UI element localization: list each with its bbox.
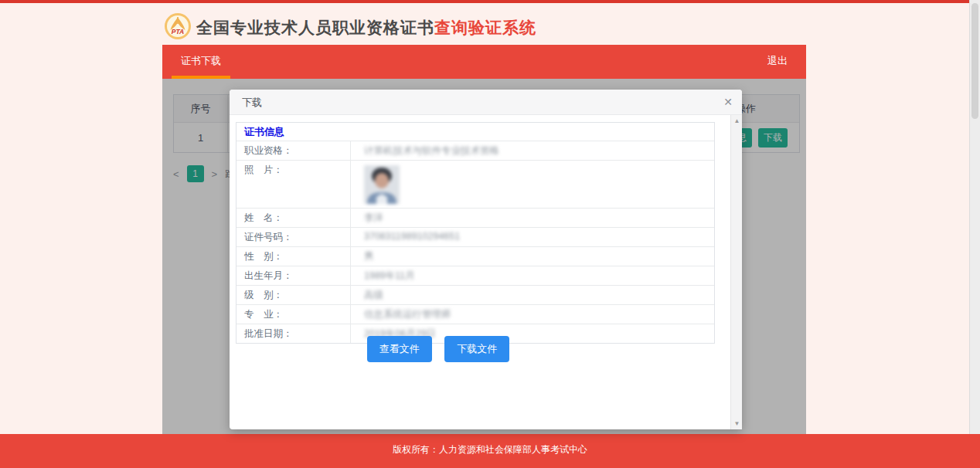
scroll-down-arrow[interactable]: ▼ — [731, 420, 743, 427]
download-modal: 下载 ✕ ▲ ▼ 证书信息 职业资格： 计算机技术与软件专业技术资格 照 片： — [230, 90, 742, 429]
view-file-button[interactable]: 查看文件 — [367, 336, 432, 362]
field-row-birth: 出生年月： 1989年11月 — [236, 266, 714, 286]
nav-item-cert-download[interactable]: 证书下载 — [172, 45, 230, 79]
page-title: 全国专业技术人员职业资格证书查询验证系统 — [196, 17, 536, 39]
field-row-gender: 性 别： 男 — [236, 247, 714, 266]
field-label: 职业资格： — [236, 141, 351, 160]
field-label: 证件号码： — [236, 228, 351, 246]
field-label: 出生年月： — [236, 266, 351, 285]
field-value: 1989年11月 — [351, 266, 714, 285]
close-icon[interactable]: ✕ — [723, 90, 733, 115]
field-value: 计算机技术与软件专业技术资格 — [351, 141, 714, 160]
logout-button[interactable]: 退出 — [760, 45, 795, 79]
field-value: 信息系统运行管理师 — [351, 305, 714, 324]
portrait-photo — [364, 165, 400, 204]
top-accent-strip — [0, 0, 969, 3]
modal-header: 下载 ✕ — [230, 90, 742, 115]
main-navbar: 证书下载 退出 — [162, 45, 806, 79]
modal-title: 下载 — [242, 90, 262, 115]
field-value: 男 — [351, 247, 714, 266]
title-accent: 查询验证系统 — [434, 19, 536, 36]
field-row-photo: 照 片： — [236, 161, 714, 209]
copyright-text: 版权所有：人力资源和社会保障部人事考试中心 — [0, 434, 980, 465]
scrollbar-thumb[interactable] — [971, 3, 978, 119]
field-value-photo — [351, 161, 714, 208]
modal-body: ▲ ▼ 证书信息 职业资格： 计算机技术与软件专业技术资格 照 片： — [230, 115, 742, 429]
modal-button-row: 查看文件 下载文件 — [199, 336, 678, 362]
field-value: 370831198910294651 — [351, 228, 714, 246]
field-row-level: 级 别： 高级 — [236, 286, 714, 305]
field-value: 李洋 — [351, 209, 714, 227]
field-label: 姓 名： — [236, 209, 351, 227]
field-row-qualification: 职业资格： 计算机技术与软件专业技术资格 — [236, 141, 714, 161]
field-row-major: 专 业： 信息系统运行管理师 — [236, 305, 714, 324]
modal-scrollbar[interactable]: ▲ ▼ — [730, 115, 742, 429]
scroll-up-arrow[interactable]: ▲ — [731, 117, 743, 124]
page-header: PTA 全国专业技术人员职业资格证书查询验证系统 — [162, 9, 812, 45]
field-row-name: 姓 名： 李洋 — [236, 209, 714, 228]
nav-item-label: 证书下载 — [181, 55, 221, 66]
title-main: 全国专业技术人员职业资格证书 — [196, 19, 434, 36]
svg-text:PTA: PTA — [172, 28, 184, 36]
field-label: 照 片： — [236, 161, 351, 208]
download-file-button[interactable]: 下载文件 — [444, 336, 509, 362]
field-value: 高级 — [351, 286, 714, 304]
field-label: 专 业： — [236, 305, 351, 324]
section-title: 证书信息 — [236, 123, 714, 141]
browser-scrollbar[interactable] — [969, 0, 980, 468]
field-label: 性 别： — [236, 247, 351, 266]
field-row-id-number: 证件号码： 370831198910294651 — [236, 228, 714, 247]
page-footer: 版权所有：人力资源和社会保障部人事考试中心 — [0, 434, 980, 468]
cert-info-table: 证书信息 职业资格： 计算机技术与软件专业技术资格 照 片： — [236, 122, 715, 344]
field-label: 级 别： — [236, 286, 351, 304]
pta-logo-icon: PTA — [164, 12, 192, 40]
